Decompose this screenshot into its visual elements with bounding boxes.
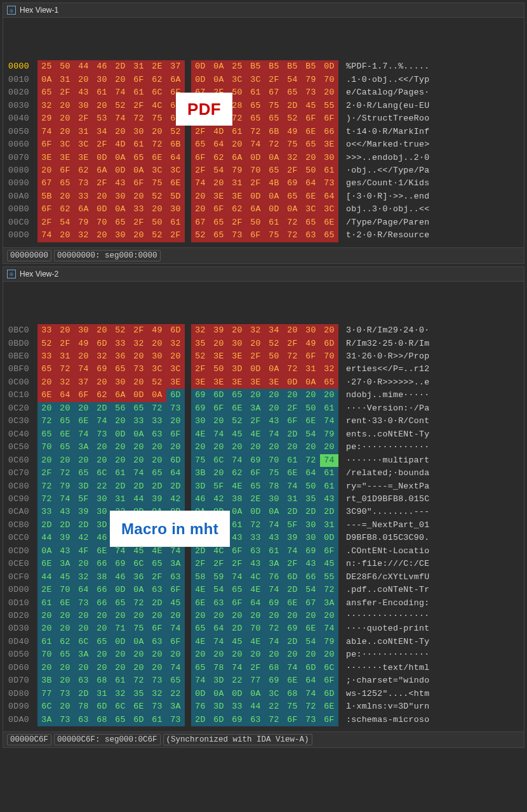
hex-byte[interactable]: 6A — [246, 203, 265, 216]
hex-byte[interactable]: 6E — [283, 597, 302, 610]
hex-byte[interactable]: 52 — [148, 376, 166, 389]
hex-byte[interactable]: 32 — [283, 152, 302, 164]
hex-byte[interactable]: 20 — [320, 648, 338, 661]
hex-byte[interactable]: 79 — [302, 74, 320, 86]
hex-byte[interactable]: 65 — [74, 467, 93, 480]
hex-byte[interactable]: 54 — [56, 216, 74, 229]
hex-byte[interactable]: 73 — [302, 714, 320, 726]
hex-byte[interactable]: 6E — [93, 545, 111, 558]
hex-byte[interactable]: 2D — [320, 506, 338, 518]
hex-byte[interactable]: 65 — [111, 363, 130, 376]
hex-byte[interactable]: 31 — [56, 350, 74, 363]
hex-byte[interactable]: 6F — [37, 138, 56, 151]
hex-byte[interactable]: 20 — [302, 389, 320, 402]
hex-byte[interactable]: 4E — [228, 480, 246, 493]
hex-byte[interactable]: 0D — [320, 60, 338, 73]
hex-byte[interactable]: 50 — [302, 480, 320, 493]
hex-byte[interactable]: 30 — [111, 229, 130, 242]
hex-byte[interactable]: 72 — [320, 584, 338, 596]
hex-byte[interactable]: 61 — [166, 216, 185, 229]
hex-byte[interactable]: 6F — [166, 636, 185, 648]
hex-byte[interactable]: 52 — [191, 350, 210, 363]
hex-byte[interactable]: 6D — [93, 337, 111, 350]
hex-byte[interactable]: 3A — [74, 441, 93, 454]
hex-byte[interactable]: 54 — [302, 584, 320, 596]
hex-byte[interactable]: 20 — [111, 454, 130, 467]
hex-byte[interactable]: 64 — [74, 584, 93, 596]
hex-byte[interactable]: 66 — [93, 558, 111, 570]
hex-byte[interactable]: 2D — [228, 622, 246, 635]
hex-byte[interactable]: 61 — [37, 636, 56, 648]
hex-byte[interactable]: 77 — [246, 674, 265, 687]
hex-byte[interactable]: 66 — [93, 584, 111, 596]
hex-row[interactable]: 00703E3E3E0D0A656E646F626A0D0A322030>>>.… — [8, 152, 519, 164]
hex-byte[interactable]: 20 — [130, 454, 148, 467]
hex-byte[interactable]: 20 — [191, 648, 210, 661]
hex-row[interactable]: 0080206F626A0D0A3C3C2F547970652F5061·obj… — [8, 164, 519, 177]
hex-byte[interactable]: 55 — [320, 571, 338, 584]
hex-byte[interactable]: 20 — [148, 454, 166, 467]
hex-byte[interactable]: 66 — [302, 571, 320, 584]
hex-byte[interactable]: 64 — [166, 467, 185, 480]
hex-byte[interactable]: 20 — [93, 324, 111, 337]
hex-byte[interactable]: 62 — [93, 389, 111, 402]
hex-byte[interactable]: 6B — [265, 126, 283, 138]
hex-byte[interactable]: 75 — [191, 454, 210, 467]
hex-byte[interactable]: 20 — [166, 350, 185, 363]
hex-byte[interactable]: 42 — [166, 493, 185, 506]
hex-row[interactable]: 0C40656E74730D0A636F4E74454E742D5479ents… — [8, 428, 519, 441]
hex-byte[interactable]: 72 — [130, 674, 148, 687]
hex-byte[interactable]: 30 — [93, 493, 111, 506]
hex-byte[interactable]: 30 — [74, 324, 93, 337]
hex-byte[interactable]: 2D — [74, 688, 93, 700]
hex-byte[interactable]: 63 — [302, 229, 320, 242]
hex-byte[interactable]: 25 — [228, 60, 246, 73]
hex-byte[interactable]: 63 — [246, 714, 265, 726]
hex-byte[interactable]: 0A — [210, 74, 228, 86]
hex-byte[interactable]: 69 — [191, 402, 210, 415]
hex-row[interactable]: 0C00203237203020523E3E3E3E3E3E0D0A65·27·… — [8, 376, 519, 389]
hex-byte[interactable]: 20 — [93, 229, 111, 242]
hex-byte[interactable]: 6A — [166, 74, 185, 86]
hex-byte[interactable]: 63 — [148, 584, 166, 596]
hex-byte[interactable]: 20 — [302, 610, 320, 622]
hex-byte[interactable]: 74 — [37, 126, 56, 138]
hex-byte[interactable]: 65 — [210, 229, 228, 242]
hex-byte[interactable]: 20 — [111, 415, 130, 428]
hex-byte[interactable]: 4E — [246, 584, 265, 596]
hex-row[interactable]: 003032203020522F4C616E672865752D45552·0·… — [8, 100, 519, 112]
hex-byte[interactable]: 0A — [246, 688, 265, 700]
hex-byte[interactable]: 2F — [93, 177, 111, 190]
hex-byte[interactable]: 75 — [148, 112, 166, 125]
hex-byte[interactable]: 20 — [148, 126, 166, 138]
hex-byte[interactable]: 74 — [210, 636, 228, 648]
hex-byte[interactable]: 72 — [130, 597, 148, 610]
hex-byte[interactable]: 3E — [166, 376, 185, 389]
hex-byte[interactable]: 6D — [130, 714, 148, 726]
hex-byte[interactable]: 20 — [148, 662, 166, 674]
hex-byte[interactable]: 20 — [56, 100, 74, 112]
hex-byte[interactable]: 32 — [166, 337, 185, 350]
hex-byte[interactable]: 0D — [93, 203, 111, 216]
hex-byte[interactable]: 0D — [283, 376, 302, 389]
hex-byte[interactable]: 74 — [283, 662, 302, 674]
hex-byte[interactable]: 20 — [166, 415, 185, 428]
hex-byte[interactable]: 65 — [56, 441, 74, 454]
hex-byte[interactable]: 55 — [320, 100, 338, 112]
hex-byte[interactable]: 30 — [320, 152, 338, 164]
hex-byte[interactable]: 20 — [246, 337, 265, 350]
hex-byte[interactable]: 30 — [148, 350, 166, 363]
hex-byte[interactable]: 6F — [320, 674, 338, 687]
hex-byte[interactable]: 74 — [130, 467, 148, 480]
hex-row[interactable]: 0C8072793D222D2D2D2D3D5F4E6578745061ry="… — [8, 480, 519, 493]
hex-byte[interactable]: 43 — [320, 493, 338, 506]
hex-byte[interactable]: 61 — [283, 454, 302, 467]
hex-byte[interactable]: 67 — [265, 86, 283, 99]
hex-body-2[interactable]: Macro in mht 0BC033203020522F496D3239203… — [3, 282, 524, 731]
hex-byte[interactable]: 35 — [130, 688, 148, 700]
hex-byte[interactable]: 3B — [191, 467, 210, 480]
hex-byte[interactable]: 61 — [320, 467, 338, 480]
hex-byte[interactable]: 45 — [228, 428, 246, 441]
hex-byte[interactable]: 2F — [37, 216, 56, 229]
hex-byte[interactable]: 75 — [265, 229, 283, 242]
